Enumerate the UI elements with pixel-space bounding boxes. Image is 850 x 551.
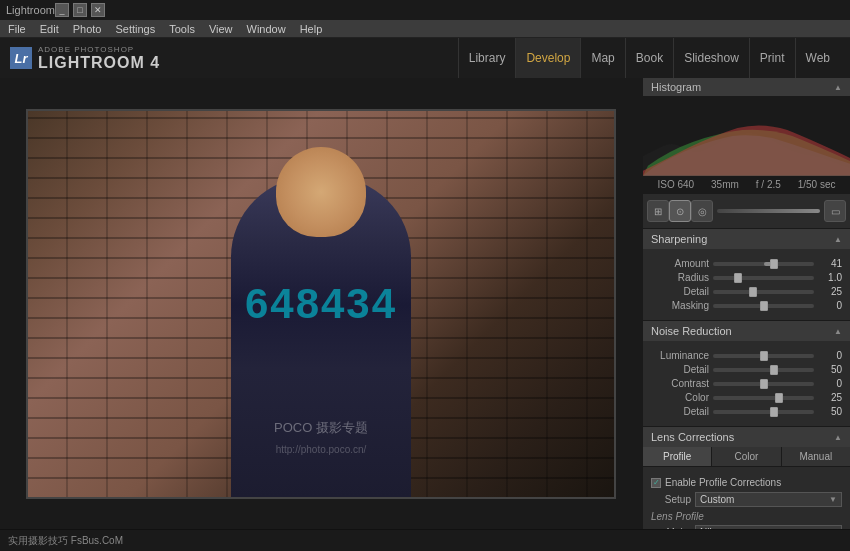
lens-profile-header: Lens Profile — [651, 511, 842, 522]
tab-book[interactable]: Book — [625, 38, 673, 78]
contrast-value: 0 — [818, 378, 842, 389]
photo-container: 648434 POCO 摄影专题 http://photo.poco.cn/ — [8, 86, 634, 521]
detail-label: Detail — [651, 286, 709, 297]
nav-tabs: Library Develop Map Book Slideshow Print… — [458, 38, 840, 78]
amount-label: Amount — [651, 258, 709, 269]
make-label: Make — [651, 527, 691, 529]
tab-slideshow[interactable]: Slideshow — [673, 38, 749, 78]
luminance-row: Luminance 0 — [651, 350, 842, 361]
detail-value: 25 — [818, 286, 842, 297]
amount-row: Amount 41 — [651, 258, 842, 269]
detail-row: Detail 25 — [651, 286, 842, 297]
nr-detail-track[interactable] — [713, 368, 814, 372]
color-detail-value: 50 — [818, 406, 842, 417]
color-value: 25 — [818, 392, 842, 403]
lens-tab-manual[interactable]: Manual — [782, 447, 850, 466]
color-track[interactable] — [713, 396, 814, 400]
nr-detail-value: 50 — [818, 364, 842, 375]
lens-corrections-toggle: ▲ — [834, 433, 842, 442]
bottom-bar: 实用摄影技巧 FsBus.CoM — [0, 529, 850, 551]
color-row: Color 25 — [651, 392, 842, 403]
color-detail-row: Detail 50 — [651, 406, 842, 417]
tab-library[interactable]: Library — [458, 38, 516, 78]
tab-develop[interactable]: Develop — [515, 38, 580, 78]
noise-reduction-content: Luminance 0 Detail 50 Contrast — [643, 341, 850, 426]
masking-row: Masking 0 — [651, 300, 842, 311]
spot-removal-tool[interactable]: ⊙ — [669, 200, 691, 222]
photo-frame: 648434 POCO 摄影专题 http://photo.poco.cn/ — [26, 109, 616, 499]
menu-photo[interactable]: Photo — [73, 23, 102, 35]
masking-value: 0 — [818, 300, 842, 311]
make-row: Make Nikon ▼ — [651, 525, 842, 529]
main-content: 648434 POCO 摄影专题 http://photo.poco.cn/ H… — [0, 78, 850, 529]
iso-value: ISO 640 — [657, 179, 694, 190]
photo-background: 648434 POCO 摄影专题 http://photo.poco.cn/ — [28, 111, 614, 497]
color-label: Color — [651, 392, 709, 403]
contrast-label: Contrast — [651, 378, 709, 389]
app-title: Lightroom — [6, 4, 55, 16]
adobe-text: ADOBE PHOTOSHOP — [38, 45, 160, 54]
sharpening-content: Amount 41 Radius 1.0 De — [643, 249, 850, 320]
minimize-button[interactable]: _ — [55, 3, 69, 17]
lens-corrections-title: Lens Corrections — [651, 431, 734, 443]
window-controls[interactable]: _ □ ✕ — [55, 3, 105, 17]
noise-reduction-header[interactable]: Noise Reduction ▲ — [643, 321, 850, 341]
lens-value: 35mm — [711, 179, 739, 190]
photo-area: 648434 POCO 摄影专题 http://photo.poco.cn/ — [0, 78, 642, 529]
enable-profile-checkbox[interactable]: ✓ — [651, 478, 661, 488]
maximize-button[interactable]: □ — [73, 3, 87, 17]
menu-settings[interactable]: Settings — [115, 23, 155, 35]
contrast-track[interactable] — [713, 382, 814, 386]
lens-corrections-panel: Lens Corrections ▲ Profile Color Manual … — [643, 427, 850, 529]
color-detail-label: Detail — [651, 406, 709, 417]
luminance-label: Luminance — [651, 350, 709, 361]
detail-track[interactable] — [713, 290, 814, 294]
masking-track[interactable] — [713, 304, 814, 308]
menu-window[interactable]: Window — [247, 23, 286, 35]
radius-row: Radius 1.0 — [651, 272, 842, 283]
noise-reduction-title: Noise Reduction — [651, 325, 732, 337]
red-eye-tool[interactable]: ◎ — [691, 200, 713, 222]
radius-track[interactable] — [713, 276, 814, 280]
lens-tab-color[interactable]: Color — [712, 447, 781, 466]
setup-value[interactable]: Custom ▼ — [695, 492, 842, 507]
sharpening-header[interactable]: Sharpening ▲ — [643, 229, 850, 249]
top-bar: Lr ADOBE PHOTOSHOP LIGHTROOM 4 Library D… — [0, 38, 850, 78]
luminance-track[interactable] — [713, 354, 814, 358]
histogram-canvas — [643, 96, 850, 176]
enable-profile-label: Enable Profile Corrections — [665, 477, 781, 488]
graduated-filter-tool[interactable]: ▭ — [824, 200, 846, 222]
right-panel: Histogram ▲ ISO 640 35mm f / 2.5 — [642, 78, 850, 529]
bottom-bar-text: 实用摄影技巧 FsBus.CoM — [8, 534, 842, 548]
color-detail-track[interactable] — [713, 410, 814, 414]
enable-profile-row: ✓ Enable Profile Corrections — [651, 477, 842, 488]
histogram-header[interactable]: Histogram ▲ — [643, 78, 850, 96]
crop-tool[interactable]: ⊞ — [647, 200, 669, 222]
menu-file[interactable]: File — [8, 23, 26, 35]
noise-reduction-panel: Noise Reduction ▲ Luminance 0 Detail 50 — [643, 321, 850, 427]
make-dropdown-icon: ▼ — [829, 528, 837, 529]
tab-web[interactable]: Web — [795, 38, 840, 78]
tab-print[interactable]: Print — [749, 38, 795, 78]
sharpening-title: Sharpening — [651, 233, 707, 245]
setup-row: Setup Custom ▼ — [651, 492, 842, 507]
menu-tools[interactable]: Tools — [169, 23, 195, 35]
tools-row: ⊞ ⊙ ◎ ▭ — [643, 194, 850, 229]
menu-view[interactable]: View — [209, 23, 233, 35]
logo-text: ADOBE PHOTOSHOP LIGHTROOM 4 — [38, 45, 160, 72]
aperture-value: f / 2.5 — [756, 179, 781, 190]
amount-track[interactable] — [713, 262, 814, 266]
title-bar: Lightroom _ □ ✕ — [0, 0, 850, 20]
noise-reduction-toggle: ▲ — [834, 327, 842, 336]
tab-map[interactable]: Map — [580, 38, 624, 78]
make-value[interactable]: Nikon ▼ — [695, 525, 842, 529]
tools-slider — [717, 209, 820, 213]
subject-figure — [231, 177, 411, 497]
close-button[interactable]: ✕ — [91, 3, 105, 17]
menu-edit[interactable]: Edit — [40, 23, 59, 35]
radius-value: 1.0 — [818, 272, 842, 283]
lens-tab-profile[interactable]: Profile — [643, 447, 712, 466]
lens-corrections-header[interactable]: Lens Corrections ▲ — [643, 427, 850, 447]
nr-detail-label: Detail — [651, 364, 709, 375]
menu-help[interactable]: Help — [300, 23, 323, 35]
